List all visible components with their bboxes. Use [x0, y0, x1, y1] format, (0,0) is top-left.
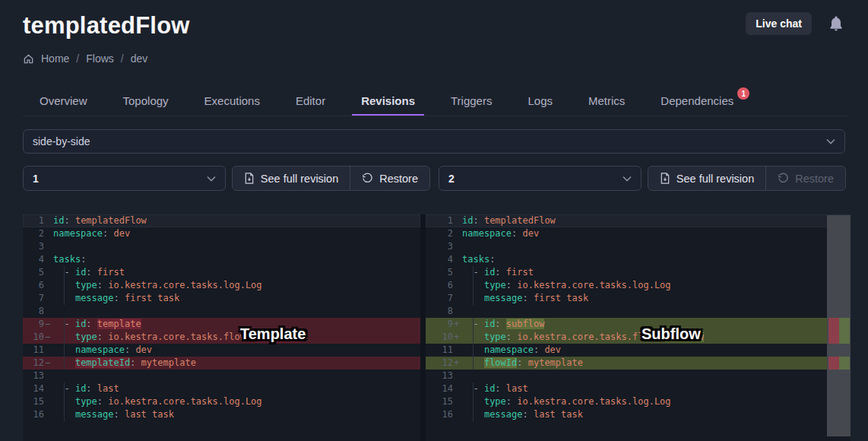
tab-topology[interactable]: Topology — [114, 88, 178, 116]
revision-toolbar-left: 1 See full revision Restore — [23, 166, 430, 191]
tab-editor[interactable]: Editor — [287, 88, 334, 116]
code-content: - id: first — [53, 266, 420, 279]
diff-marker — [44, 227, 53, 240]
line-number: 2 — [23, 227, 44, 240]
line-number: 4 — [426, 253, 453, 266]
diff-pane-original[interactable]: 1id: templatedFlow2namespace: dev34tasks… — [23, 214, 420, 441]
diff-marker — [44, 214, 53, 227]
revision-toolbars: 1 See full revision Restore 2 — [23, 166, 846, 191]
tab-triggers[interactable]: Triggers — [442, 88, 501, 116]
see-full-revision-label: See full revision — [261, 173, 338, 185]
chevron-down-icon — [826, 138, 835, 144]
code-line: 14 - id: last — [23, 382, 420, 395]
live-chat-button[interactable]: Live chat — [746, 12, 812, 35]
breadcrumb-item-dev[interactable]: dev — [131, 52, 148, 65]
diff-marker — [44, 344, 53, 357]
code-content: flowId: mytemplate — [462, 357, 851, 370]
page-title: templatedFlow — [23, 12, 190, 40]
breadcrumb-item-home[interactable]: Home — [41, 52, 69, 65]
diff-marker — [453, 382, 462, 395]
code-content — [53, 305, 420, 318]
revision-actions-right: See full revision Restore — [648, 166, 846, 191]
revision-select-right[interactable]: 2 — [439, 166, 641, 191]
code-content: tasks: — [462, 253, 851, 266]
diff-pane-modified[interactable]: 1id: templatedFlow2namespace: dev34tasks… — [426, 214, 851, 441]
code-line: 4tasks: — [23, 253, 420, 266]
code-line: 2namespace: dev — [426, 227, 851, 240]
code-content — [462, 305, 851, 318]
diff-mode-select[interactable]: side-by-side — [23, 129, 845, 154]
revision-select-left[interactable]: 1 — [23, 166, 226, 191]
line-number: 14 — [23, 382, 44, 395]
code-content — [53, 240, 420, 253]
line-number: 5 — [426, 266, 453, 279]
code-line: 4tasks: — [426, 253, 851, 266]
tab-overview[interactable]: Overview — [30, 88, 97, 116]
code-line: 7 message: first task — [23, 292, 420, 305]
code-content — [53, 370, 420, 382]
code-line: 15 type: io.kestra.core.tasks.log.Log — [23, 395, 420, 408]
indent-guide — [473, 357, 474, 370]
revision-toolbar-right: 2 See full revision Restore — [439, 166, 846, 191]
tab-revisions[interactable]: Revisions — [352, 88, 424, 116]
ruler-diff-mark — [827, 331, 851, 344]
code-line: 8 — [426, 305, 851, 318]
code-content: - id: first — [462, 266, 851, 279]
indent-guide — [64, 357, 65, 370]
line-number: 2 — [426, 227, 453, 240]
line-number: 15 — [426, 395, 453, 408]
breadcrumb: Home/Flows/dev — [23, 52, 147, 65]
code-content: namespace: dev — [53, 344, 420, 357]
chevron-down-icon — [622, 176, 632, 182]
code-line: 5 - id: first — [23, 266, 420, 279]
overview-ruler-scrollbar[interactable] — [827, 215, 851, 436]
see-full-revision-button-right[interactable]: See full revision — [648, 167, 765, 190]
see-full-revision-button-left[interactable]: See full revision — [233, 167, 350, 190]
code-content: id: templatedFlow — [53, 214, 420, 227]
line-number: 15 — [23, 395, 44, 408]
diff-marker: + — [453, 318, 462, 331]
line-number: 16 — [23, 408, 44, 421]
diff-marker — [44, 305, 53, 318]
code-line: 5 - id: first — [426, 266, 851, 279]
diff-marker — [453, 266, 462, 279]
tab-metrics[interactable]: Metrics — [579, 88, 634, 116]
diff-marker — [453, 370, 462, 382]
indent-guide — [64, 318, 65, 331]
restore-button-left[interactable]: Restore — [350, 167, 429, 190]
restore-label: Restore — [795, 173, 834, 185]
home-icon[interactable] — [23, 53, 34, 65]
line-number: 13 — [426, 370, 453, 382]
diff-marker — [453, 214, 462, 227]
tab-executions[interactable]: Executions — [195, 88, 269, 116]
breadcrumb-item-flows[interactable]: Flows — [86, 52, 114, 65]
revision-value-left: 1 — [33, 173, 39, 185]
code-content: tasks: — [53, 253, 420, 266]
code-content: - id: last — [53, 382, 420, 395]
tab-logs[interactable]: Logs — [518, 88, 562, 116]
code-content: - id: template — [53, 318, 420, 331]
file-icon — [660, 173, 670, 184]
diff-marker — [453, 227, 462, 240]
file-icon — [244, 173, 255, 184]
code-line: 11 namespace: dev — [426, 344, 851, 357]
notification-bell-icon[interactable] — [828, 15, 844, 32]
diff-mode-value: side-by-side — [33, 135, 90, 148]
code-line: 16 message: last task — [426, 408, 851, 421]
diff-marker: + — [453, 357, 462, 370]
line-number: 6 — [23, 279, 44, 292]
indent-guide — [473, 331, 474, 344]
diff-sash[interactable] — [420, 214, 426, 441]
code-content: type: io.kestra.core.tasks.log.Log — [462, 279, 851, 292]
indent-guide — [473, 344, 474, 357]
code-line: 7 message: first task — [426, 292, 851, 305]
tab-dependencies[interactable]: Dependencies1 — [651, 88, 743, 116]
code-line: 3 — [426, 240, 851, 253]
code-content: type: io.kestra.core.tasks.flows.Templat… — [53, 331, 420, 344]
code-line: 13 — [23, 370, 420, 382]
restore-button-right[interactable]: Restore — [765, 167, 845, 190]
restore-icon — [778, 173, 789, 184]
code-content: - id: last — [462, 382, 851, 395]
diff-marker — [44, 253, 53, 266]
code-content: namespace: dev — [53, 227, 420, 240]
